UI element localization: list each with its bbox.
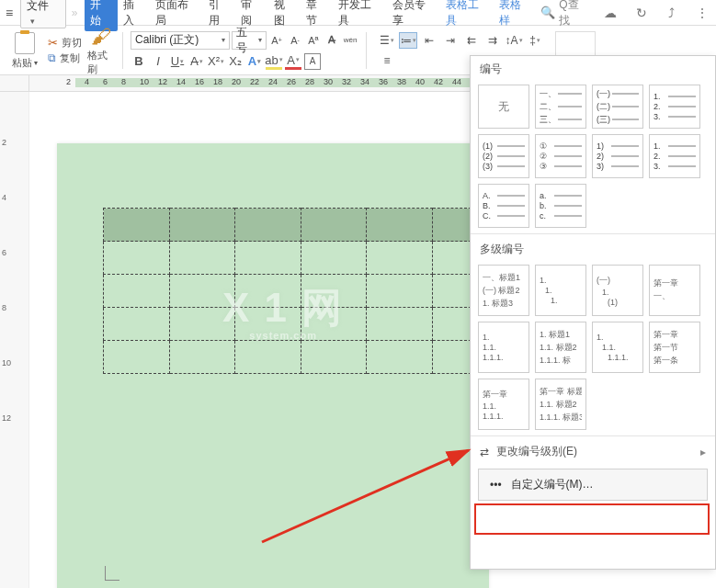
brush-icon: 🖌 (91, 25, 111, 49)
font-size-combo[interactable]: 五号▾ (232, 31, 267, 50)
numbering-option[interactable]: 1. 2. 3. (649, 85, 700, 129)
vruler-tick: 10 (2, 358, 11, 368)
superscript-button[interactable]: X²▾ (208, 53, 224, 70)
indent-button[interactable]: ⇉ (483, 32, 502, 49)
multilevel-option[interactable]: 1.1.1.1.1.1. (592, 322, 643, 373)
multilevel-option[interactable]: (一)1.(1) (592, 265, 643, 316)
search-icon: 🔍 (540, 6, 555, 19)
italic-button[interactable]: I (150, 53, 166, 70)
bullets-button[interactable]: ☰▾ (378, 32, 396, 49)
phonetic-button[interactable]: wén (342, 32, 358, 49)
subscript-button[interactable]: X₂ (227, 53, 244, 70)
numbering-option[interactable]: 1. 2. 3. (649, 134, 700, 178)
paste-button[interactable]: 粘贴▾ (7, 29, 42, 72)
tab-tabletools[interactable]: 表格工具 (440, 0, 494, 31)
multilevel-option[interactable]: 1.1.1. (535, 265, 586, 316)
bold-button[interactable]: B (131, 53, 147, 70)
change-level-item[interactable]: ⇄ 更改编号级别(E) ▸ (471, 438, 715, 465)
copy-label: 复制 (60, 51, 80, 65)
vruler-tick: 12 (2, 413, 11, 423)
divider (366, 32, 367, 69)
align-left-button[interactable]: ≡ (378, 52, 396, 69)
tab-pagelayout[interactable]: 页面布局 (150, 0, 203, 31)
decrease-indent-button[interactable]: ⇤ (420, 32, 438, 49)
vertical-ruler[interactable]: 2 4 6 8 10 12 (0, 92, 29, 588)
multilevel-option[interactable]: 第一章1.1.1.1.1. (478, 379, 529, 430)
increase-font-button[interactable]: A+ (268, 32, 285, 49)
numbering-option[interactable]: ① ② ③ (535, 134, 586, 178)
chevron-right-icon: ▸ (700, 446, 706, 458)
cloud-icon[interactable]: ☁ (603, 5, 619, 21)
divider (122, 32, 123, 69)
text-effects-button[interactable]: A▾ (246, 53, 263, 70)
share-icon[interactable]: ⤴ (664, 5, 679, 21)
font-group: Calibri (正文)▾ 五号▾ A+ A- Aª A̶ wén B I U▾… (131, 31, 358, 70)
format-painter-button[interactable]: 🖌 格式刷 (87, 29, 115, 72)
ruler-tick: 30 (324, 77, 333, 86)
custom-numbering-item[interactable]: ••• 自定义编号(M)… (478, 469, 708, 501)
cut-button[interactable]: ✂剪切 (48, 36, 82, 50)
text-direction-button[interactable]: ↕A▾ (505, 32, 523, 49)
document-page: X 1 网 system.com (57, 143, 489, 588)
tab-chapter[interactable]: 章节 (301, 0, 333, 31)
font-color-button[interactable]: A▾ (285, 53, 301, 70)
history-icon[interactable]: ↻ (633, 5, 649, 21)
tab-devtools[interactable]: 开发工具 (333, 0, 386, 31)
numbering-button[interactable]: ≔▾ (399, 32, 417, 49)
scissors-icon: ✂ (48, 36, 58, 50)
document-table[interactable] (103, 208, 498, 374)
numbering-none[interactable]: 无 (478, 85, 529, 129)
numbering-option[interactable]: (一) (二) (三) (592, 85, 643, 129)
tab-insert[interactable]: 插入 (118, 0, 150, 31)
multilevel-option[interactable]: 第一章 标题11.1. 标题21.1.1. 标题3 (535, 379, 586, 430)
ruler-tick: 4 (85, 77, 89, 86)
increase-indent-button[interactable]: ⇥ (441, 32, 460, 49)
clear-format-button[interactable]: A̶ (324, 32, 340, 49)
file-menu[interactable]: 文件 ▾ (20, 0, 65, 28)
numbering-option[interactable]: (1) (2) (3) (478, 134, 529, 178)
highlight-button[interactable]: ab▾ (266, 53, 282, 70)
cut-label: 剪切 (62, 36, 82, 50)
line-spacing-button[interactable]: ‡▾ (526, 32, 544, 49)
paste-label: 粘贴 (12, 56, 32, 70)
vruler-tick: 8 (2, 303, 6, 312)
numbering-grid: 无 一、 二、 三、 (一) (二) (三) 1. 2. 3. (1) (2) … (471, 81, 715, 232)
ruler-tick: 16 (195, 77, 204, 86)
numbering-option[interactable]: A. B. C. (478, 184, 529, 228)
tab-tablestyle[interactable]: 表格样 (494, 0, 537, 31)
cut-copy-stack: ✂剪切 ⧉复制 (48, 36, 82, 65)
multilevel-option[interactable]: 第一章第一节第一条 (649, 322, 700, 373)
tab-member[interactable]: 会员专享 (387, 0, 440, 31)
numbering-section-title: 编号 (471, 56, 715, 81)
numbering-option[interactable]: 1) 2) 3) (592, 134, 643, 178)
font-name-combo[interactable]: Calibri (正文)▾ (131, 31, 230, 50)
vruler-tick: 6 (2, 248, 6, 257)
ruler-tick: 38 (397, 77, 406, 86)
hamburger-icon[interactable]: ≡ (6, 6, 13, 20)
change-case-button[interactable]: Aª (305, 32, 322, 49)
ruler-tick: 22 (250, 77, 259, 86)
decrease-font-button[interactable]: A- (287, 32, 303, 49)
change-level-label: 更改编号级别(E) (496, 444, 577, 459)
numbering-option[interactable]: a. b. c. (535, 184, 586, 228)
multilevel-option[interactable]: 一、标题1(一) 标题21. 标题3 (478, 265, 529, 316)
ruler-tick: 14 (176, 77, 186, 86)
ruler-tick: 6 (103, 77, 108, 86)
chevron-down-icon: ▾ (30, 17, 35, 26)
multilevel-option[interactable]: 第一章一、 (649, 265, 700, 316)
multilevel-option[interactable]: 1.1.1.1.1.1. (478, 322, 529, 373)
outdent-button[interactable]: ⇇ (462, 32, 481, 49)
numbering-option[interactable]: 一、 二、 三、 (535, 85, 586, 129)
more-icon[interactable]: ⋮ (695, 5, 710, 21)
ruler-tick: 36 (379, 77, 388, 86)
custom-numbering-label: 自定义编号(M)… (511, 477, 594, 492)
underline-button[interactable]: U▾ (169, 53, 186, 70)
tab-references[interactable]: 引用 (203, 0, 235, 31)
strikethrough-button[interactable]: A̶▾ (188, 53, 205, 70)
search-box[interactable]: 🔍 Q查找 (540, 0, 587, 28)
copy-button[interactable]: ⧉复制 (48, 51, 82, 65)
multilevel-option[interactable]: 1. 标题11.1. 标题21.1.1. 标 (535, 322, 586, 373)
tab-view[interactable]: 视图 (268, 0, 301, 31)
char-border-button[interactable]: A (304, 53, 321, 70)
format-painter-label: 格式刷 (87, 49, 115, 76)
